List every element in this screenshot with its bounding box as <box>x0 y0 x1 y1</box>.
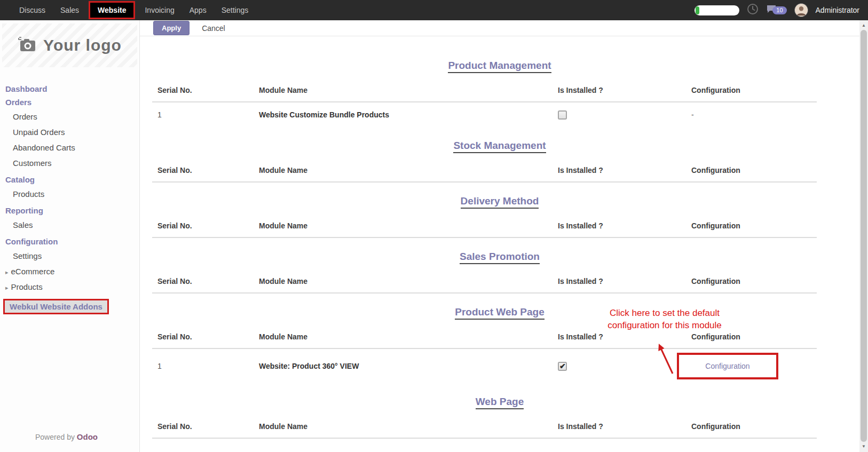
messages-indicator[interactable]: 10 <box>766 5 786 15</box>
col-configuration: Configuration <box>686 332 817 341</box>
sidebar-item-unpaid-orders[interactable]: Unpaid Orders <box>0 124 139 140</box>
section-product-management: Product Management Serial No. Module Nam… <box>140 60 859 127</box>
modules-table: Serial No. Module Name Is Installed ? Co… <box>152 270 817 294</box>
col-is-installed: Is Installed ? <box>553 221 686 230</box>
col-module-name: Module Name <box>254 332 553 341</box>
sidebar-item-orders[interactable]: Orders <box>0 109 139 124</box>
logo-text: Your logo <box>43 36 122 54</box>
section-stock-management: Stock Management Serial No. Module Name … <box>140 140 859 183</box>
menu-sales[interactable]: Sales <box>53 0 86 20</box>
table-row: 1 Website: Product 360° VIEW Configurati… <box>152 349 817 383</box>
logo-placeholder[interactable]: Your logo <box>2 23 137 67</box>
section-title-link[interactable]: Web Page <box>476 396 524 409</box>
serial-cell: 1 <box>152 110 254 119</box>
menu-invoicing[interactable]: Invoicing <box>137 0 182 20</box>
menu-website[interactable]: Website <box>89 1 135 19</box>
modules-table: Serial No. Module Name Is Installed ? Co… <box>152 415 817 439</box>
table-row: 1 Website Customize Bundle Products - <box>152 102 817 127</box>
col-serial-no: Serial No. <box>152 422 254 431</box>
caret-right-icon: ▸ <box>5 269 9 276</box>
sidebar-item-dashboard[interactable]: Dashboard <box>0 82 139 96</box>
sidebar-item-products-config[interactable]: ▸Products <box>0 279 139 295</box>
col-serial-no: Serial No. <box>152 277 254 286</box>
powered-by-footer: Powered by Odoo <box>35 432 98 441</box>
user-avatar[interactable] <box>794 3 808 17</box>
col-is-installed: Is Installed ? <box>553 332 686 341</box>
odoo-brand-link[interactable]: Odoo <box>77 432 98 441</box>
configuration-annotation-box: Configuration <box>677 353 778 379</box>
section-title-link[interactable]: Product Management <box>448 60 551 73</box>
scroll-down-icon[interactable]: ▼ <box>859 442 868 451</box>
col-module-name: Module Name <box>254 277 553 286</box>
configuration-link[interactable]: Configuration <box>705 362 749 370</box>
col-configuration: Configuration <box>686 86 817 94</box>
sidebar-item-ecommerce[interactable]: ▸eCommerce <box>0 264 139 279</box>
sidebar-heading-catalog[interactable]: Catalog <box>0 173 139 186</box>
section-web-page: Web Page Serial No. Module Name Is Insta… <box>140 396 859 439</box>
col-configuration: Configuration <box>686 166 817 175</box>
sidebar-heading-configuration[interactable]: Configuration <box>0 235 139 248</box>
installed-checkbox[interactable] <box>558 110 567 120</box>
modules-table: Serial No. Module Name Is Installed ? Co… <box>152 326 817 383</box>
activity-clock-icon[interactable] <box>747 3 759 17</box>
col-serial-no: Serial No. <box>152 221 254 230</box>
sidebar-heading-orders[interactable]: Orders <box>0 96 139 109</box>
cancel-button[interactable]: Cancel <box>194 21 233 35</box>
main-content: Apply Cancel Product Management Serial N… <box>140 20 859 452</box>
col-module-name: Module Name <box>254 221 553 230</box>
section-title-link[interactable]: Sales Promotion <box>460 251 540 264</box>
powered-by-text: Powered by <box>35 433 75 441</box>
modules-table: Serial No. Module Name Is Installed ? Co… <box>152 159 817 183</box>
top-menubar: Discuss Sales Website Invoicing Apps Set… <box>0 0 868 20</box>
col-configuration: Configuration <box>686 277 817 286</box>
menu-discuss[interactable]: Discuss <box>12 0 53 20</box>
form-toolbar: Apply Cancel <box>140 20 859 36</box>
annotation-arrow-icon <box>656 343 680 376</box>
menu-settings[interactable]: Settings <box>214 0 256 20</box>
annotation-text: Click here to set the default configurat… <box>585 307 745 332</box>
sidebar-item-customers[interactable]: Customers <box>0 155 139 171</box>
sidebar: Your logo Dashboard Orders Orders Unpaid… <box>0 20 140 452</box>
sidebar-item-webkul-website-addons[interactable]: Webkul Website Addons <box>3 299 109 314</box>
installed-checkbox[interactable] <box>558 362 567 371</box>
main-menu: Discuss Sales Website Invoicing Apps Set… <box>0 0 256 20</box>
scrollbar-thumb[interactable] <box>861 30 867 442</box>
section-title-link[interactable]: Product Web Page <box>455 306 545 320</box>
modules-table: Serial No. Module Name Is Installed ? Co… <box>152 79 817 127</box>
sidebar-heading-reporting[interactable]: Reporting <box>0 204 139 217</box>
col-module-name: Module Name <box>254 422 553 431</box>
sidebar-item-products[interactable]: Products <box>0 186 139 202</box>
vertical-scrollbar[interactable]: ▲ ▼ <box>859 20 868 452</box>
modules-table: Serial No. Module Name Is Installed ? Co… <box>152 215 817 238</box>
user-menu[interactable]: Administrator <box>816 6 859 14</box>
section-title-link[interactable]: Delivery Method <box>461 195 539 209</box>
col-is-installed: Is Installed ? <box>553 86 686 94</box>
sidebar-nav: Dashboard Orders Orders Unpaid Orders Ab… <box>0 82 139 314</box>
odoo-backend-screen: Discuss Sales Website Invoicing Apps Set… <box>0 0 868 452</box>
section-product-web-page: Product Web Page Serial No. Module Name … <box>140 306 859 383</box>
col-serial-no: Serial No. <box>152 86 254 94</box>
configuration-cell: - <box>686 110 817 119</box>
timer-progress <box>696 6 699 14</box>
apply-button[interactable]: Apply <box>153 21 190 35</box>
section-title-link[interactable]: Stock Management <box>453 140 546 153</box>
table-header-row: Serial No. Module Name Is Installed ? Co… <box>152 215 817 238</box>
section-sales-promotion: Sales Promotion Serial No. Module Name I… <box>140 251 859 294</box>
messages-count-badge: 10 <box>772 6 786 14</box>
col-module-name: Module Name <box>254 166 553 175</box>
sidebar-item-sales[interactable]: Sales <box>0 217 139 233</box>
timer-widget[interactable] <box>695 5 739 15</box>
col-is-installed: Is Installed ? <box>553 166 686 175</box>
col-configuration: Configuration <box>686 221 817 230</box>
section-delivery-method: Delivery Method Serial No. Module Name I… <box>140 195 859 238</box>
table-header-row: Serial No. Module Name Is Installed ? Co… <box>152 270 817 294</box>
sidebar-item-abandoned-carts[interactable]: Abandoned Carts <box>0 140 139 155</box>
col-is-installed: Is Installed ? <box>553 422 686 431</box>
table-header-row: Serial No. Module Name Is Installed ? Co… <box>152 159 817 183</box>
menu-apps[interactable]: Apps <box>182 0 214 20</box>
col-module-name: Module Name <box>254 86 553 94</box>
module-name-cell: Website: Product 360° VIEW <box>254 362 553 370</box>
col-is-installed: Is Installed ? <box>553 277 686 286</box>
scroll-up-icon[interactable]: ▲ <box>859 21 868 30</box>
sidebar-item-settings[interactable]: Settings <box>0 248 139 264</box>
